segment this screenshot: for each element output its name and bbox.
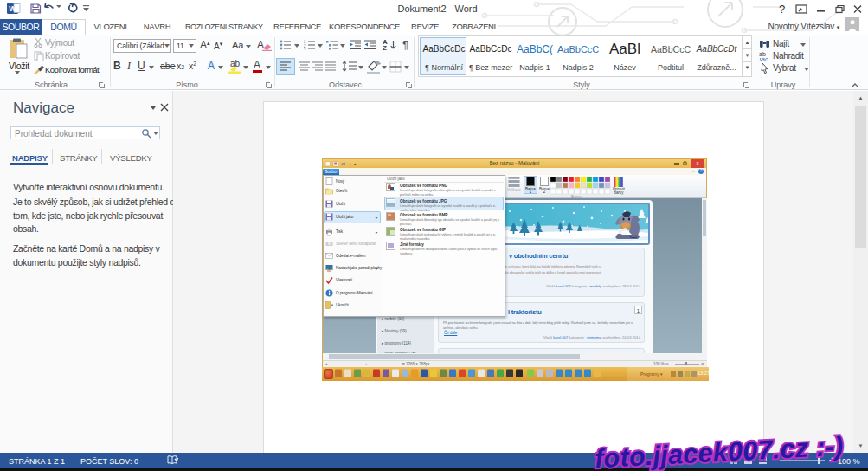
svg-text:W: W xyxy=(9,4,16,13)
svg-text:ac: ac xyxy=(762,56,768,61)
svg-text:3: 3 xyxy=(304,48,306,51)
